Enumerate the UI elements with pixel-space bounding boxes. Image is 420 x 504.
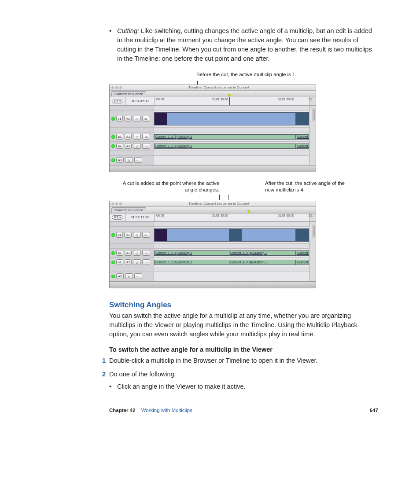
- intro-term: Cutting:: [117, 27, 139, 34]
- step-1: 1Double-click a multiclip in the Browser…: [109, 356, 378, 366]
- callout-after-cut: After the cut, the active angle of the n…: [225, 180, 353, 194]
- window-title: Timeline: Concert sequence in Concert: [188, 85, 249, 89]
- horizontal-scrollbar[interactable]: [154, 166, 316, 172]
- track-visibility-icon[interactable]: [111, 117, 115, 121]
- section-heading: Switching Angles: [109, 301, 378, 309]
- timeline-ruler[interactable]: 00:00 01:01:30:00 01:03:00:00 01:: [155, 97, 309, 105]
- intro-text: Like switching, cutting changes the acti…: [117, 27, 372, 62]
- step-2: 2Do one of the following:: [109, 369, 378, 379]
- section-paragraph: You can switch the active angle for a mu…: [109, 311, 378, 339]
- audio-track-a2[interactable]: Concert_1_2 [1]-Multiclip 1 Concert_1_: [154, 142, 309, 151]
- timecode-field[interactable]: 01:02:11:09: [126, 213, 155, 221]
- bullet-dot: •: [109, 26, 111, 36]
- callout-before-cut: Before the cut, the active multiclip ang…: [196, 71, 378, 78]
- procedure-heading: To switch the active angle for a multicl…: [109, 346, 378, 353]
- intro-bullet: • Cutting: Like switching, cutting chang…: [109, 26, 378, 63]
- source-v1[interactable]: v1: [116, 116, 123, 121]
- video-track-v1[interactable]: Concert_1_2 [1]-Multiclip 1: [154, 110, 309, 128]
- audio-track-a1[interactable]: Concert_1_2 [1]-Multiclip 1 Concert_1_: [154, 132, 309, 142]
- chapter-title: Working with Multiclips: [141, 408, 192, 413]
- callout-cut-added: A cut is added at the point where the ac…: [109, 180, 225, 194]
- page-number: 647: [370, 408, 378, 413]
- rt-button[interactable]: RT ▾: [112, 99, 123, 103]
- page-footer: Chapter 42 Working with Multiclips 647: [109, 408, 378, 413]
- timecode-field[interactable]: 01:01:45:12: [126, 97, 155, 105]
- lock-icon[interactable]: △: [133, 116, 141, 121]
- timeline-figure-before: Timeline: Concert sequence in Concert Co…: [109, 85, 316, 172]
- step-2-sub-bullet: •Click an angle in the Viewer to make it…: [109, 383, 378, 390]
- vertical-scrollbar[interactable]: [310, 108, 315, 121]
- sequence-tab[interactable]: Concert sequence: [111, 91, 146, 96]
- autoselect-icon[interactable]: ▭: [142, 116, 150, 121]
- audio-track-a3[interactable]: [154, 156, 309, 165]
- timeline-figure-after: Timeline: Concert sequence in Concert Co…: [109, 201, 316, 288]
- chapter-label: Chapter 42: [109, 408, 135, 413]
- dest-v1[interactable]: V1: [124, 116, 132, 121]
